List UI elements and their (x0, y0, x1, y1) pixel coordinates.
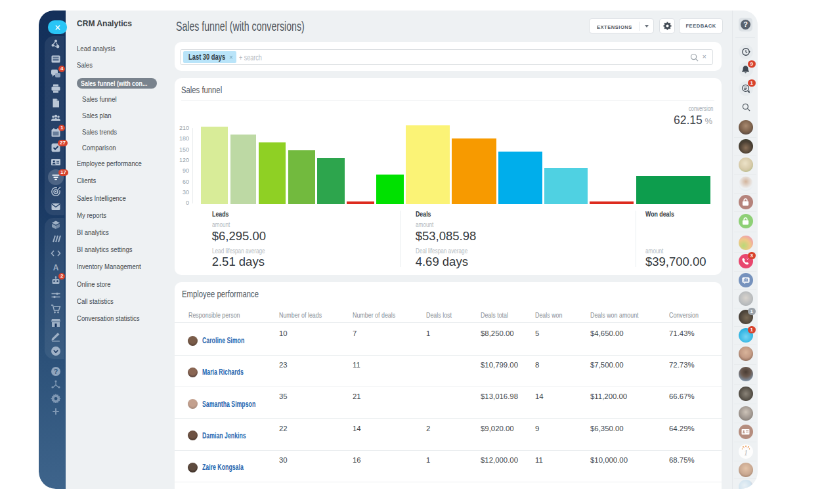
svg-text:1: 1 (743, 448, 748, 457)
svg-text:A: A (53, 262, 59, 272)
svg-text:?: ? (54, 368, 58, 375)
